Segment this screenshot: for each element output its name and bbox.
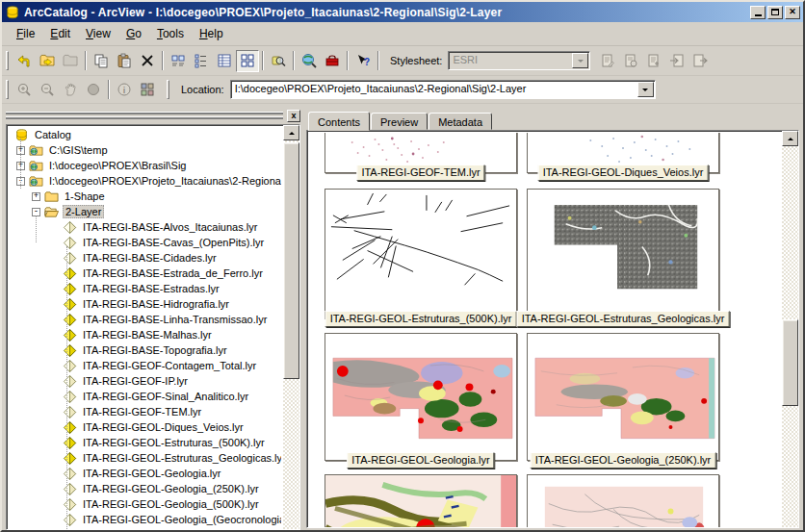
- delete-button[interactable]: [136, 50, 159, 72]
- menu-file[interactable]: File: [10, 24, 41, 43]
- tree-panel-close-icon[interactable]: x: [287, 110, 300, 122]
- tree-scrollbar-thumb[interactable]: [283, 142, 299, 379]
- tree-item-c-gis-temp[interactable]: +C:\GIS\temp: [9, 142, 281, 158]
- location-combo[interactable]: I:\docegeo\PROEX\Projeto_Itacaiunas\2-Re…: [230, 80, 656, 99]
- menu-tools[interactable]: Tools: [150, 24, 191, 43]
- tree-item-ita-regi-geol-geologia-litoestratigrafia-lyr[interactable]: ITA-REGI-GEOL-Geologia_(Litoestratigrafi…: [9, 527, 281, 529]
- details-view-button[interactable]: [213, 50, 236, 72]
- tab-preview[interactable]: Preview: [371, 113, 428, 130]
- whats-this-help-button[interactable]: ?: [351, 50, 375, 72]
- tree-item-ita-regi-base-cavas-openpits-lyr[interactable]: ITA-REGI-BASE-Cavas_(OpenPits).lyr: [9, 235, 281, 250]
- thumbnail-label: ITA-REGI-GEOL-Geologia.lyr: [347, 452, 494, 469]
- tree-item-ita-regi-geof-tem-lyr[interactable]: ITA-REGI-GEOF-TEM.lyr: [9, 404, 281, 419]
- tree-item-ita-regi-geol-diques-veios-lyr[interactable]: ITA-REGI-GEOL-Diques_Veios.lyr: [9, 419, 281, 435]
- toolbar-grip[interactable]: [6, 80, 9, 99]
- tree-item-ita-regi-geof-sinal-analitico-lyr[interactable]: ITA-REGI-GEOF-Sinal_Analitico.lyr: [9, 389, 281, 404]
- expand-icon[interactable]: +: [32, 192, 40, 201]
- up-one-level-button[interactable]: [13, 50, 36, 72]
- arctoolbox-button[interactable]: [321, 50, 344, 72]
- tree-scrollbar[interactable]: [283, 125, 299, 529]
- thumbnail-ita-regi-geol-estruturas-500k-lyr[interactable]: ITA-REGI-GEOL-Estruturas_(500K).lyr: [325, 189, 517, 319]
- tree-item-ita-regi-geol-geologia-250k-lyr[interactable]: ITA-REGI-GEOL-Geologia_(250K).lyr: [9, 481, 281, 496]
- tab-contents[interactable]: Contents: [308, 112, 370, 131]
- tree-item-ita-regi-geof-contagem-total-lyr[interactable]: ITA-REGI-GEOF-Contagem_Total.lyr: [9, 358, 281, 373]
- tree-item-i-docegeo-proex-brasil-sig[interactable]: +I:\docegeo\PROEX\Brasil\Sig: [9, 158, 281, 173]
- tree-item-ita-regi-base-alvos-itacaiunas-lyr[interactable]: ITA-REGI-BASE-Alvos_Itacaiunas.lyr: [9, 219, 281, 235]
- launch-arcmap-button[interactable]: [298, 50, 321, 72]
- tree-item-ita-regi-base-malhas-lyr[interactable]: ITA-REGI-BASE-Malhas.lyr: [9, 327, 281, 342]
- zoom-out-icon: [39, 82, 55, 97]
- tree-item-ita-regi-base-estrada-de-ferro-lyr[interactable]: ITA-REGI-BASE-Estrada_de_Ferro.lyr: [9, 266, 281, 281]
- thumbnail-ita-regi-geol-estruturas-geologicas-lyr[interactable]: ITA-REGI-GEOL-Estruturas_Geologicas.lyr: [527, 189, 719, 319]
- export-metadata-icon: [692, 53, 708, 68]
- tree-item-ita-regi-geol-geologia-geocronologia-lyr[interactable]: ITA-REGI-GEOL-Geologia_(Geocronologia).l…: [9, 512, 281, 527]
- full-extent-button: [82, 79, 105, 101]
- thumbnail-item[interactable]: [325, 474, 517, 527]
- tree-item-ita-regi-base-linha-transmissao-lyr[interactable]: ITA-REGI-BASE-Linha-Transmissao.lyr: [9, 312, 281, 327]
- content-scrollbar[interactable]: [782, 131, 798, 527]
- menu-edit[interactable]: Edit: [43, 24, 77, 43]
- copy-icon: [93, 53, 109, 68]
- tree-item-label: 2-Layer: [63, 205, 104, 218]
- paste-button[interactable]: [113, 50, 136, 72]
- thumbnail-ita-regi-geol-geologia-lyr[interactable]: ITA-REGI-GEOL-Geologia.lyr: [325, 333, 517, 461]
- search-button[interactable]: [267, 50, 290, 72]
- tree-item-2-layer[interactable]: -2-Layer: [9, 204, 281, 219]
- geography-toolbar: i Location: I:\docegeo\PROEX\Projeto_Ita…: [2, 76, 803, 104]
- toolbar-grip[interactable]: [167, 80, 169, 99]
- location-dropdown-arrow-icon[interactable]: [637, 82, 654, 97]
- disconnect-folder-icon: [63, 53, 78, 68]
- thumbnail-ita-regi-geof-tem-lyr[interactable]: ITA-REGI-GEOF-TEM.lyr: [325, 133, 517, 173]
- tree-item-i-docegeo-proex-projeto-itacaiunas-2-regional-sig[interactable]: -I:\docegeo\PROEX\Projeto_Itacaiunas\2-R…: [9, 173, 281, 189]
- content-scrollbar-thumb[interactable]: [782, 319, 798, 406]
- layer-white-icon: [63, 497, 77, 512]
- tree-item-ita-regi-geol-estruturas-500k-lyr[interactable]: ITA-REGI-GEOL-Estruturas_(500K).lyr: [9, 435, 281, 450]
- tree-item-ita-regi-geol-geologia-500k-lyr[interactable]: ITA-REGI-GEOL-Geologia_(500K).lyr: [9, 496, 281, 512]
- large-icons-view-button[interactable]: [167, 50, 190, 72]
- toolbar-separator: [85, 51, 87, 70]
- location-value[interactable]: I:\docegeo\PROEX\Projeto_Itacaiunas\2-Re…: [231, 81, 636, 98]
- folder-open-icon: [44, 205, 59, 219]
- svg-text:?: ?: [364, 57, 370, 67]
- tree-item-ita-regi-base-hidrografia-lyr[interactable]: ITA-REGI-BASE-Hidrografia.lyr: [9, 296, 281, 312]
- tree-item-catalog[interactable]: Catalog: [9, 127, 281, 142]
- copy-button[interactable]: [90, 50, 113, 72]
- close-button[interactable]: ✕: [785, 6, 800, 19]
- thumbnail-ita-regi-geol-diques-veios-lyr[interactable]: ITA-REGI-GEOL-Diques_Veios.lyr: [527, 133, 719, 173]
- tree-item-1-shape[interactable]: +1-Shape: [9, 189, 281, 204]
- catalog-icon: [14, 128, 29, 142]
- toolbar-separator: [108, 80, 110, 99]
- disconnect-folder-button: [59, 50, 82, 72]
- panel-drag-grip[interactable]: [6, 112, 283, 119]
- menu-help[interactable]: Help: [193, 24, 230, 43]
- menu-go[interactable]: Go: [119, 24, 148, 43]
- tree-item-ita-regi-base-topografia-lyr[interactable]: ITA-REGI-BASE-Topografia.lyr: [9, 342, 281, 358]
- thumbnail-ita-regi-geol-geologia-250k-lyr[interactable]: ITA-REGI-GEOL-Geologia_(250K).lyr: [527, 333, 719, 461]
- tree-item-label: ITA-REGI-BASE-Hidrografia.lyr: [81, 298, 231, 310]
- title-bar: ArcCatalog - ArcView - I:\docegeo\PROEX\…: [2, 2, 803, 22]
- list-view-button[interactable]: [190, 50, 213, 72]
- thumbnail-item[interactable]: [527, 474, 719, 527]
- tree-item-ita-regi-geol-geologia-lyr[interactable]: ITA-REGI-GEOL-Geologia.lyr: [9, 466, 281, 481]
- create-thumbnail-button[interactable]: [136, 79, 159, 101]
- scroll-up-icon[interactable]: [782, 131, 798, 146]
- create-metadata-icon: [646, 53, 662, 68]
- tree-item-label: ITA-REGI-BASE-Estrada_de_Ferro.lyr: [81, 267, 265, 279]
- toolbar-grip[interactable]: [6, 51, 9, 70]
- layer-white-icon: [63, 374, 77, 389]
- layer-yellow-icon: [63, 451, 77, 466]
- tree-item-ita-regi-geof-ip-lyr[interactable]: ITA-REGI-GEOF-IP.lyr: [9, 373, 281, 389]
- menu-view[interactable]: View: [79, 24, 117, 43]
- connect-folder-button[interactable]: [36, 50, 59, 72]
- tab-metadata[interactable]: Metadata: [428, 113, 492, 130]
- create-thumbnail-icon: [140, 82, 155, 97]
- tree-item-ita-regi-base-cidades-lyr[interactable]: ITA-REGI-BASE-Cidades.lyr: [9, 250, 281, 266]
- tree-item-label: I:\docegeo\PROEX\Projeto_Itacaiunas\2-Re…: [47, 175, 281, 187]
- scroll-up-icon[interactable]: [283, 125, 299, 140]
- maximize-button[interactable]: [767, 6, 783, 19]
- tree-item-ita-regi-geol-estruturas-geologicas-lyr[interactable]: ITA-REGI-GEOL-Estruturas_Geologicas.lyr: [9, 450, 281, 466]
- tree-item-ita-regi-base-estradas-lyr[interactable]: ITA-REGI-BASE-Estradas.lyr: [9, 281, 281, 296]
- identify-button: i: [113, 79, 136, 101]
- thumbnails-view-button[interactable]: [236, 50, 259, 72]
- minimize-button[interactable]: [750, 6, 766, 19]
